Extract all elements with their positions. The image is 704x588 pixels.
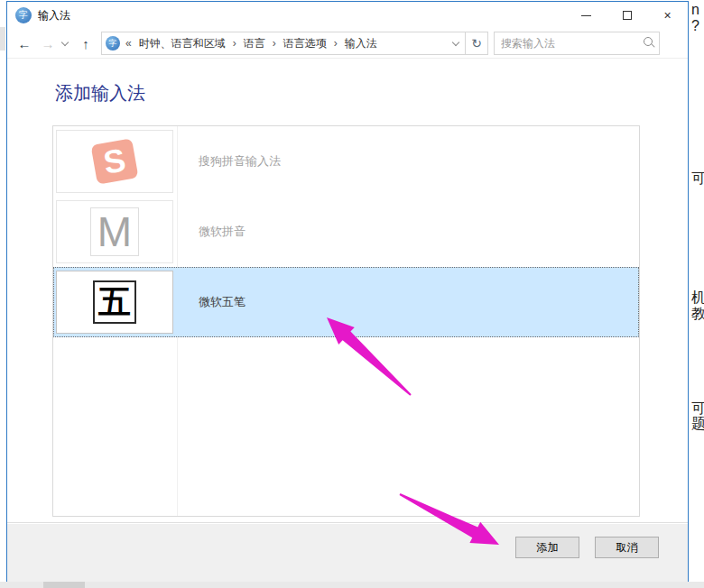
breadcrumb-overflow-icon[interactable]: « <box>125 37 134 50</box>
back-button[interactable]: ← <box>13 36 36 51</box>
letter-m-logo-icon: M <box>90 207 139 256</box>
search-icon[interactable] <box>641 35 657 51</box>
background-text-fragment: n <box>691 2 699 18</box>
ime-icon-cell: 五 <box>56 271 173 334</box>
close-button[interactable]: × <box>647 2 688 29</box>
breadcrumb-item-clock-language-region[interactable]: 时钟、语言和区域 <box>134 36 231 51</box>
breadcrumb-item-language-options[interactable]: 语言选项 <box>278 36 332 51</box>
breadcrumb-separator-icon: › <box>271 37 278 50</box>
sogou-logo-letter: S <box>101 143 128 179</box>
up-button[interactable]: ↑ <box>74 36 97 51</box>
footer: 添加 取消 <box>7 524 688 582</box>
ime-row-microsoft-wubi-selected[interactable]: 五 微软五笔 <box>53 267 639 337</box>
background-text-fragment: 题 <box>691 415 704 434</box>
ime-label: 微软拼音 <box>199 197 245 267</box>
add-button[interactable]: 添加 <box>515 537 579 558</box>
breadcrumb-item-language[interactable]: 语言 <box>238 36 271 51</box>
search-box <box>494 32 660 55</box>
wubi-glyph-logo-icon: 五 <box>93 280 136 324</box>
background-left-fragment <box>0 27 5 51</box>
ime-row-sogou-pinyin[interactable]: S 搜狗拼音输入法 <box>53 126 639 197</box>
breadcrumb-app-icon: 字 <box>106 36 120 51</box>
address-bar[interactable]: 字 « 时钟、语言和区域 › 语言 › 语言选项 › 输入法 <box>101 32 466 55</box>
background-text-fragment: 可 <box>691 170 704 188</box>
search-input[interactable] <box>495 33 641 53</box>
background-window-fragment <box>43 582 85 588</box>
breadcrumb-separator-icon: › <box>231 37 238 50</box>
window-title: 输入法 <box>38 8 70 23</box>
maximize-button[interactable] <box>607 2 647 29</box>
ime-icon-cell: S <box>56 130 173 193</box>
footer-divider <box>7 522 688 523</box>
breadcrumb-item-input-method[interactable]: 输入法 <box>339 36 383 51</box>
navigation-toolbar: ← → ↑ 字 « 时钟、语言和区域 › 语言 › 语言选项 › 输入法 ↻ <box>7 29 688 59</box>
ime-label: 搜狗拼音输入法 <box>199 126 281 197</box>
refresh-button[interactable]: ↻ <box>466 32 488 55</box>
input-method-dialog-window: 字 输入法 × ← → ↑ 字 « 时钟、语言和区域 › 语言 › 语言选项 ›… <box>6 1 689 582</box>
background-text-fragment: 教 <box>691 305 704 324</box>
breadcrumb-separator-icon: › <box>332 37 339 50</box>
forward-button[interactable]: → <box>36 36 60 51</box>
sogou-s-logo-icon: S <box>91 138 139 184</box>
titlebar[interactable]: 字 输入法 × <box>7 2 688 29</box>
ime-icon-cell: M <box>56 200 173 263</box>
cancel-button[interactable]: 取消 <box>595 537 659 558</box>
recent-pages-chevron-icon[interactable] <box>61 40 69 47</box>
input-method-app-icon: 字 <box>15 7 32 23</box>
page-title: 添加输入法 <box>55 81 145 106</box>
maximize-icon <box>623 11 632 20</box>
ime-row-microsoft-pinyin[interactable]: M 微软拼音 <box>53 197 639 267</box>
address-dropdown-chevron-icon[interactable] <box>452 40 459 47</box>
minimize-icon <box>581 15 591 16</box>
minimize-button[interactable] <box>566 2 607 29</box>
ime-list: S 搜狗拼音输入法 M 微软拼音 五 微软五笔 <box>52 125 640 517</box>
ime-label: 微软五笔 <box>199 267 245 337</box>
desktop-bottom-strip <box>0 582 704 588</box>
close-icon: × <box>663 8 671 23</box>
background-text-fragment: ? <box>691 18 699 34</box>
